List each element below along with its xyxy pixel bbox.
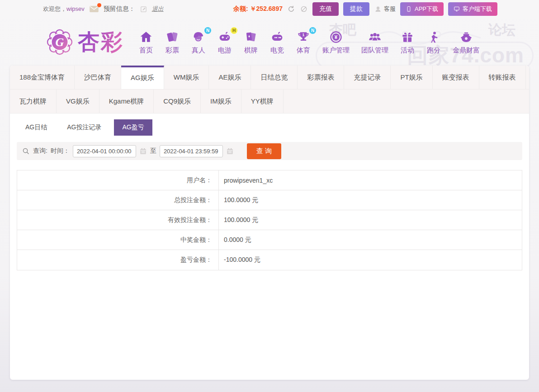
nav-badge: H: [231, 27, 237, 34]
brand-name: 杏彩: [78, 28, 124, 57]
nav-item-label: 真人: [192, 46, 205, 55]
balance: 余额: ￥252.6897: [233, 5, 283, 13]
nav-item-label: 首页: [139, 46, 153, 55]
main-tab-label: 瓦力棋牌: [19, 97, 47, 105]
edit-icon[interactable]: [140, 5, 147, 13]
row-label: 盈亏金额：: [17, 250, 219, 270]
nav-item-label: 活动: [401, 46, 414, 55]
end-time-input[interactable]: [160, 145, 223, 157]
treasure-icon: [459, 30, 473, 44]
nav-item-label: 彩票: [165, 46, 179, 55]
table-row: 有效投注金额： 100.0000 元: [17, 210, 522, 230]
main-tab[interactable]: 充提记录: [344, 66, 391, 89]
topbar-right: 余额: ￥252.6897 充值 提款 客服 APP下载 客户端下载: [229, 2, 497, 16]
main-tab[interactable]: 沙巴体育: [75, 66, 121, 89]
main-tab[interactable]: VG娱乐: [57, 90, 99, 113]
topbar-left: 欢迎您，wipsev 预留信息： 退出: [43, 5, 168, 13]
nav-item[interactable]: 首页: [139, 29, 153, 55]
nav-item[interactable]: N 真人: [191, 29, 206, 55]
to-label: 至: [150, 147, 156, 155]
sub-tab[interactable]: AG投注记录: [60, 119, 109, 136]
row-value: -100.0000 元: [219, 250, 260, 270]
monitor-icon: [454, 6, 460, 12]
nav-item[interactable]: 金鼎财富: [453, 29, 480, 55]
withdraw-button[interactable]: 提款: [343, 2, 369, 16]
nav-item[interactable]: 团队管理: [361, 29, 388, 55]
calendar-icon[interactable]: [226, 147, 234, 155]
main-tab-label: IM娱乐: [210, 97, 232, 105]
svg-text:¥: ¥: [335, 34, 338, 40]
nav-item[interactable]: ¥ 账户管理: [322, 29, 350, 55]
main-tab[interactable]: AG娱乐: [121, 66, 164, 89]
runner-icon: [426, 30, 441, 44]
main-tab[interactable]: 账变报表: [433, 66, 479, 89]
gift-icon: [400, 30, 415, 44]
customer-service-link[interactable]: 客服: [374, 5, 396, 13]
main-tab-label: PT娱乐: [400, 73, 422, 81]
nav-item[interactable]: H 电游: [217, 29, 232, 55]
nav-item[interactable]: 彩票: [165, 29, 180, 55]
nav-item[interactable]: 跑分: [426, 29, 441, 55]
nav-item[interactable]: 活动: [400, 29, 415, 55]
gamepad-icon: [217, 30, 232, 44]
main-tab-label: YY棋牌: [251, 97, 274, 105]
main-tab[interactable]: 彩票报表: [298, 66, 344, 89]
nav-item-label: 团队管理: [361, 46, 388, 55]
table-row: 盈亏金额： -100.0000 元: [17, 250, 522, 270]
row-label: 总投注金额：: [17, 190, 219, 210]
row-value: 100.0000 元: [219, 210, 258, 230]
main-tab[interactable]: WM娱乐: [164, 66, 209, 89]
main-tab-label: Kgame棋牌: [109, 97, 144, 105]
sub-tab[interactable]: AG日结: [18, 119, 54, 136]
logout-link[interactable]: 退出: [152, 5, 164, 13]
recharge-button[interactable]: 充值: [312, 2, 339, 16]
nav-item[interactable]: 1 N 体育: [296, 29, 311, 55]
site-logo[interactable]: G 杏彩: [45, 28, 124, 57]
main-tab[interactable]: CQ9娱乐: [154, 90, 201, 113]
sub-tab-label: AG日结: [25, 123, 47, 131]
main-tab[interactable]: Kgame棋牌: [99, 90, 154, 113]
main-tab[interactable]: 返点总额: [526, 66, 529, 89]
start-time-input[interactable]: [73, 145, 136, 157]
main-tab-label: 充提记录: [354, 73, 381, 81]
main-tab[interactable]: 日结总览: [251, 66, 298, 89]
profit-loss-table: 用户名： prowipseven1_xc 总投注金额： 100.0000 元 有…: [17, 170, 522, 270]
main-tab[interactable]: PT娱乐: [391, 66, 432, 89]
main-tab[interactable]: YY棋牌: [241, 90, 284, 113]
row-label: 用户名：: [17, 170, 219, 190]
main-tab[interactable]: 瓦力棋牌: [10, 90, 57, 113]
sub-tabs: AG日结 AG投注记录 AG盈亏: [18, 119, 529, 136]
main-tab[interactable]: 转账报表: [479, 66, 526, 89]
live-person-icon: [191, 30, 206, 44]
nav-item[interactable]: 电竞: [270, 29, 284, 55]
row-value: 0.0000 元: [219, 230, 251, 250]
client-download-button[interactable]: 客户端下载: [448, 2, 497, 16]
row-label: 有效投注金额：: [17, 210, 219, 230]
app-download-button[interactable]: APP下载: [400, 2, 444, 16]
tabs-row-2: 瓦力棋牌 VG娱乐 Kgame棋牌 CQ9娱乐 IM娱乐: [10, 90, 529, 113]
sub-tab[interactable]: AG盈亏: [114, 119, 152, 136]
nav-item-label: 金鼎财富: [453, 46, 480, 55]
nav-item-label: 体育: [297, 46, 310, 55]
table-row: 中奖金额： 0.0000 元: [17, 230, 522, 250]
main-tab[interactable]: 188金宝博体育: [10, 66, 75, 89]
main-tab-label: 日结总览: [260, 73, 288, 81]
hide-balance-eye-icon[interactable]: [300, 5, 308, 13]
refresh-icon[interactable]: [287, 5, 295, 13]
sub-tab-label: AG投注记录: [67, 123, 101, 131]
query-submit-button[interactable]: 查 询: [247, 143, 281, 159]
customer-service-label: 客服: [384, 5, 396, 13]
nav-item[interactable]: 棋牌: [244, 29, 258, 55]
main-tab-label: AG娱乐: [131, 74, 154, 81]
main-tab[interactable]: AE娱乐: [209, 66, 251, 89]
calendar-icon[interactable]: [139, 147, 147, 155]
nav-item-label: 棋牌: [244, 46, 258, 55]
mail-icon[interactable]: [89, 5, 99, 13]
logo-emblem-icon: G: [45, 28, 74, 57]
main-tab[interactable]: IM娱乐: [201, 90, 241, 113]
nav-badge: N: [309, 27, 316, 34]
main-tab-label: CQ9娱乐: [163, 97, 191, 105]
account-coin-icon: ¥: [329, 30, 343, 44]
team-icon: [368, 30, 382, 44]
svg-text:1: 1: [303, 33, 305, 37]
